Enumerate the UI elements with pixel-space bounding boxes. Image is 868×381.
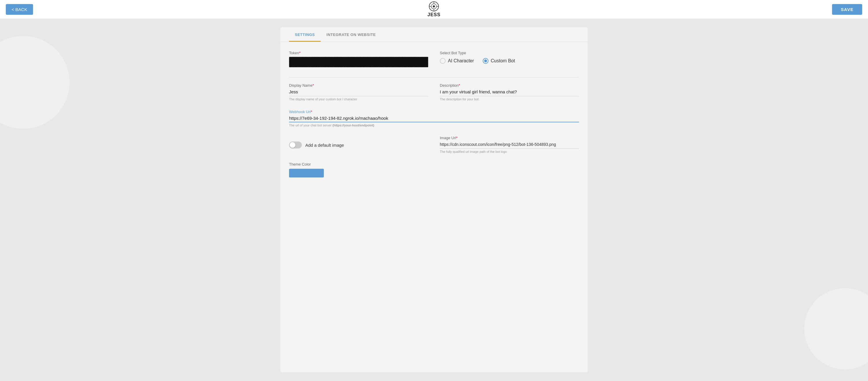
select-bot-type-label: Select Bot Type — [440, 51, 579, 55]
description-value[interactable]: I am your virtual girl friend, wanna cha… — [440, 89, 579, 96]
bot-type-field: Select Bot Type AI Character Custom Bot — [440, 51, 579, 68]
radio-custom-bot[interactable]: Custom Bot — [483, 58, 515, 64]
empty-col — [440, 162, 579, 178]
description-label: Description* — [440, 83, 579, 88]
webhook-field: Webhook Url* The url of your chat bot se… — [289, 109, 579, 127]
row-theme-color: Theme Color — [289, 162, 579, 178]
webhook-hint: The url of your chat bot server (https:/… — [289, 124, 579, 127]
theme-color-label: Theme Color — [289, 162, 428, 166]
description-hint: The description for your bot — [440, 97, 579, 101]
image-url-hint: The fully qualified url image path of th… — [440, 150, 579, 153]
radio-ai-character[interactable]: AI Character — [440, 58, 474, 64]
row-toggle-imageurl: Add a default image Image Url* The fully… — [289, 136, 579, 153]
radio-custom-bot-label: Custom Bot — [491, 58, 515, 63]
toggle-field: Add a default image — [289, 136, 428, 149]
toggle-thumb — [290, 142, 296, 148]
bg-decoration-1 — [0, 36, 69, 129]
main-background: SETTINGS INTEGRATE ON WEBSITE Token* Sel… — [0, 19, 868, 381]
image-url-field: Image Url* The fully qualified url image… — [440, 136, 579, 153]
radio-ai-character-label: AI Character — [448, 58, 474, 63]
image-url-input[interactable] — [440, 142, 579, 149]
form-area: Token* Select Bot Type AI Character Cust… — [280, 42, 588, 178]
default-image-toggle[interactable] — [289, 141, 302, 149]
toggle-track — [289, 141, 302, 149]
description-field: Description* I am your virtual girl frie… — [440, 83, 579, 101]
image-url-label: Image Url* — [440, 136, 579, 140]
tab-integrate[interactable]: INTEGRATE ON WEBSITE — [321, 27, 381, 42]
row-token-bottype: Token* Select Bot Type AI Character Cust… — [289, 51, 579, 68]
radio-group: AI Character Custom Bot — [440, 58, 579, 64]
theme-color-swatch[interactable] — [289, 169, 324, 178]
display-name-label: Display Name* — [289, 83, 428, 88]
row-webhook: Webhook Url* The url of your chat bot se… — [289, 109, 579, 127]
svg-point-2 — [433, 5, 435, 7]
token-field: Token* — [289, 51, 428, 68]
tabs-bar: SETTINGS INTEGRATE ON WEBSITE — [280, 27, 588, 42]
webhook-input[interactable] — [289, 116, 579, 122]
page-title: JESS — [428, 12, 441, 18]
toggle-label: Add a default image — [305, 142, 344, 148]
display-name-field: Display Name* Jess The display name of y… — [289, 83, 428, 101]
divider-1 — [289, 77, 579, 77]
save-button[interactable]: SAVE — [832, 4, 862, 15]
app-logo-icon — [429, 1, 439, 11]
back-button[interactable]: < BACK — [6, 4, 33, 15]
bg-decoration-2 — [804, 288, 868, 370]
radio-ai-character-circle — [440, 58, 445, 64]
webhook-label: Webhook Url* — [289, 109, 579, 114]
token-label: Token* — [289, 51, 428, 55]
token-input[interactable] — [289, 57, 428, 67]
content-card: SETTINGS INTEGRATE ON WEBSITE Token* Sel… — [280, 27, 588, 372]
display-name-value[interactable]: Jess — [289, 89, 428, 96]
radio-custom-bot-circle — [483, 58, 489, 64]
theme-color-field: Theme Color — [289, 162, 428, 178]
default-image-toggle-row: Add a default image — [289, 141, 344, 149]
row-displayname-desc: Display Name* Jess The display name of y… — [289, 83, 579, 101]
display-name-hint: The display name of your custom bot / ch… — [289, 97, 428, 101]
topbar-center: JESS — [428, 1, 441, 18]
topbar: < BACK JESS SAVE — [0, 0, 868, 19]
tab-settings[interactable]: SETTINGS — [289, 27, 321, 42]
